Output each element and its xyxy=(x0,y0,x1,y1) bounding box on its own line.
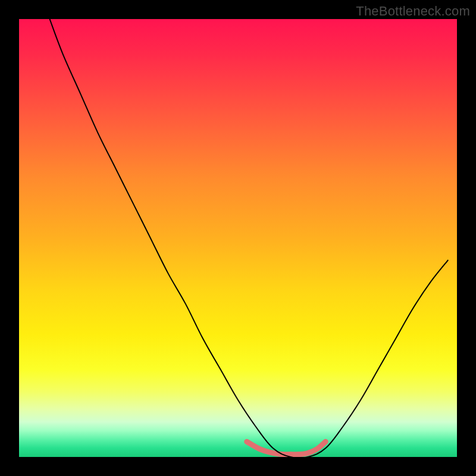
chart-frame: TheBottleneck.com xyxy=(0,0,476,476)
series-curve xyxy=(50,19,449,457)
curve-layer xyxy=(19,19,457,457)
plot-area xyxy=(19,19,457,457)
series-bottom-highlight xyxy=(247,441,325,455)
watermark-text: TheBottleneck.com xyxy=(356,4,470,19)
